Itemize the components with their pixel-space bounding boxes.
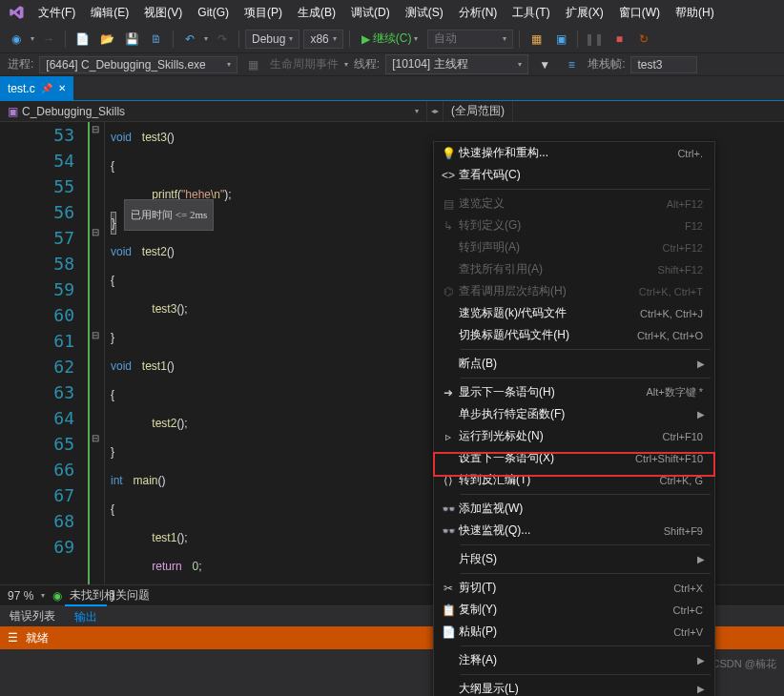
menu-item[interactable]: 大纲显示(L)▶ — [434, 678, 714, 696]
continue-button[interactable]: ▶ 继续(C) ▾ — [356, 30, 424, 48]
menu-item[interactable]: ▹运行到光标处(N)Ctrl+F10 — [434, 425, 714, 447]
menu-label: 断点(B) — [459, 356, 697, 372]
menu-item: ↳转到定义(G)F12 — [434, 215, 714, 236]
new-file-icon[interactable]: 📄 — [72, 29, 93, 50]
tab-test-c[interactable]: test.c 📌 ✕ — [0, 76, 73, 101]
issues-icon: ◉ — [52, 589, 62, 603]
menu-tools[interactable]: 工具(T) — [506, 2, 555, 24]
stack-dropdown[interactable]: test3 — [630, 56, 697, 73]
config-combo[interactable]: Debug▾ — [245, 30, 299, 49]
nav-sep[interactable]: ◂▸ — [427, 101, 444, 121]
process-label: 进程: — [8, 56, 33, 72]
close-icon[interactable]: ✕ — [58, 83, 66, 93]
menu-project[interactable]: 项目(P) — [238, 2, 288, 24]
menu-file[interactable]: 文件(F) — [32, 2, 81, 24]
menu-label: 速览标题(k)/代码文件 — [459, 305, 640, 321]
menu-item[interactable]: 单步执行特定函数(F)▶ — [434, 403, 714, 425]
next-icon: ➜ — [438, 386, 459, 399]
save-icon[interactable]: 💾 — [121, 29, 142, 50]
back-icon[interactable]: ◉ — [6, 29, 27, 50]
menu-shortcut: Ctrl+X — [673, 583, 707, 594]
menu-separator — [461, 494, 711, 495]
menu-item[interactable]: 设置下一条语句(X)Ctrl+Shift+F10 — [434, 447, 714, 469]
menu-item[interactable]: 👓添加监视(W) — [434, 498, 714, 520]
menu-debug[interactable]: 调试(D) — [345, 2, 396, 24]
stop-icon[interactable]: ■ — [609, 29, 629, 50]
menu-help[interactable]: 帮助(H) — [670, 2, 720, 24]
menu-shortcut: Ctrl+. — [677, 148, 707, 159]
threads-icon[interactable]: ≡ — [561, 54, 582, 75]
menu-item[interactable]: 切换标题/代码文件(H)Ctrl+K, Ctrl+O — [434, 324, 714, 346]
zoom-control[interactable]: 97 % — [8, 589, 33, 603]
menu-item[interactable]: 注释(A)▶ — [434, 649, 714, 671]
fold-icon[interactable]: ⊟ — [92, 330, 99, 340]
menu-separator — [461, 674, 711, 675]
menu-item[interactable]: ➜显示下一条语句(H)Alt+数字键 * — [434, 381, 714, 403]
menu-view[interactable]: 视图(V) — [138, 2, 188, 24]
menu-item[interactable]: 👓快速监视(Q)...Shift+F9 — [434, 520, 714, 542]
menu-label: 查看调用层次结构(H) — [459, 283, 639, 299]
menu-git[interactable]: Git(G) — [192, 3, 235, 22]
menu-label: 复制(Y) — [459, 602, 673, 618]
menu-shortcut: Ctrl+F10 — [663, 431, 708, 442]
debug-infobar: 进程: [6464] C_Debugging_Skills.exe▾ ▦ 生命周… — [0, 53, 784, 76]
tab-output[interactable]: 输出 — [65, 604, 107, 628]
menu-window[interactable]: 窗口(W) — [613, 2, 666, 24]
cut-icon: ✂ — [438, 582, 459, 595]
fold-icon[interactable]: ⊟ — [92, 124, 99, 134]
highlight-icon[interactable]: ▦ — [526, 29, 547, 50]
auto-combo[interactable]: 自动▾ — [427, 30, 513, 49]
undo-icon[interactable]: ↶ — [179, 29, 200, 50]
menu-label: 切换标题/代码文件(H) — [459, 327, 637, 343]
menu-item[interactable]: 片段(S)▶ — [434, 548, 714, 570]
forward-icon[interactable]: → — [38, 29, 59, 50]
pause-icon[interactable]: ❚❚ — [584, 29, 605, 50]
asm-icon: ⟨⟩ — [438, 474, 459, 487]
save-all-icon[interactable]: 🗎 — [146, 29, 167, 50]
menu-shortcut: Shift+F9 — [664, 525, 707, 537]
line-gutter: 5354555657585960616263646566676869 — [0, 122, 88, 584]
paste-icon: 📄 — [438, 625, 459, 639]
fold-icon[interactable]: ⊟ — [92, 433, 99, 443]
menu-shortcut: Ctrl+F12 — [663, 242, 708, 254]
menu-item[interactable]: 📋复制(Y)Ctrl+C — [434, 599, 714, 621]
menu-edit[interactable]: 编辑(E) — [85, 2, 134, 24]
menu-item[interactable]: <>查看代码(C) — [434, 164, 714, 186]
lifecycle-icon[interactable]: ▦ — [243, 54, 264, 75]
fold-icon[interactable]: ⊟ — [92, 227, 99, 237]
menu-item[interactable]: 断点(B)▶ — [434, 353, 714, 375]
open-icon[interactable]: 📂 — [96, 29, 117, 50]
lifecycle-label: 生命周期事件 — [270, 56, 339, 72]
menu-build[interactable]: 生成(B) — [292, 2, 341, 24]
navigation-bar: ▣C_Debugging_Skills▾ ◂▸ (全局范围) — [0, 101, 784, 122]
fold-column[interactable]: ⊟ ⊟ ⊟ ⊟ — [88, 122, 105, 584]
project-icon: ▣ — [8, 105, 18, 118]
restart-icon[interactable]: ↻ — [633, 29, 654, 50]
menu-item[interactable]: 💡快速操作和重构...Ctrl+. — [434, 142, 714, 164]
menu-extensions[interactable]: 扩展(X) — [560, 2, 609, 24]
menu-label: 片段(S) — [459, 551, 697, 567]
menu-item[interactable]: 📄粘贴(P)Ctrl+V — [434, 621, 714, 643]
scope-nav[interactable]: (全局范围) — [444, 101, 513, 121]
tab-errors[interactable]: 错误列表 — [0, 605, 65, 627]
qwatch-icon: 👓 — [438, 524, 459, 538]
menu-test[interactable]: 测试(S) — [400, 2, 449, 24]
back-dd[interactable]: ▾ — [31, 34, 34, 43]
copy-icon: 📋 — [438, 604, 459, 617]
menu-item[interactable]: 速览标题(k)/代码文件Ctrl+K, Ctrl+J — [434, 302, 714, 324]
menu-shortcut: Ctrl+K, Ctrl+T — [639, 286, 707, 297]
hier-icon: ⌬ — [438, 285, 459, 298]
menu-analyze[interactable]: 分析(N) — [453, 2, 504, 24]
menu-item[interactable]: ⟨⟩转到反汇编(T)Ctrl+K, G — [434, 469, 714, 491]
selection-icon[interactable]: ▣ — [550, 29, 571, 50]
toolbar: ◉ ▾ → 📄 📂 💾 🗎 ↶ ▾ ↷ Debug▾ x86▾ ▶ 继续(C) … — [0, 25, 784, 53]
menu-separator — [461, 544, 711, 545]
pin-icon[interactable]: 📌 — [41, 83, 52, 93]
menu-item[interactable]: ✂剪切(T)Ctrl+X — [434, 577, 714, 599]
filter-icon[interactable]: ▼ — [534, 54, 555, 75]
project-nav[interactable]: ▣C_Debugging_Skills▾ — [0, 101, 427, 121]
redo-icon[interactable]: ↷ — [212, 29, 233, 50]
process-dropdown[interactable]: [6464] C_Debugging_Skills.exe▾ — [39, 56, 237, 73]
platform-combo[interactable]: x86▾ — [303, 30, 342, 49]
thread-dropdown[interactable]: [10104] 主线程▾ — [385, 54, 528, 74]
